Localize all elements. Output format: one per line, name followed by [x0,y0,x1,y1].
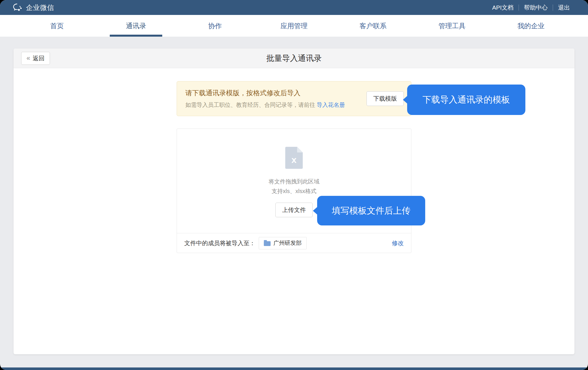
brand-name: 企业微信 [26,3,54,12]
template-notice-box: 请下载通讯录模版，按格式修改后导入 如需导入员工职位、教育经历、合同记录等，请前… [177,81,411,116]
back-button[interactable]: « 返回 [21,52,50,65]
dropzone-hint: 将文件拖拽到此区域 支持xls、xlsx格式 [177,177,411,196]
notice-text-block: 请下载通讯录模版，按格式修改后导入 如需导入员工职位、教育经历、合同记录等，请前… [185,88,345,109]
bottom-window-edge [0,367,588,370]
app-window: 企业微信 API文档 帮助中心 退出 首页 通讯录 协作 应用管理 客户联系 管… [0,0,588,370]
download-template-tooltip: 下载导入通讯录的模板 [407,85,525,115]
notice-title: 请下载通讯录模版，按格式修改后导入 [185,88,345,98]
notice-subtext: 如需导入员工职位、教育经历、合同记录等，请前往 导入花名册 [185,101,345,109]
nav-item-customer-contact[interactable]: 客户联系 [334,15,413,37]
dropzone-hint-line1: 将文件拖拽到此区域 [177,177,411,186]
main-nav: 首页 通讯录 协作 应用管理 客户联系 管理工具 我的企业 [0,15,588,37]
topbar-link-help-center[interactable]: 帮助中心 [519,3,553,13]
modify-department-link[interactable]: 修改 [392,239,404,247]
topbar: 企业微信 API文档 帮助中心 退出 [0,0,588,15]
dropzone-hint-line2: 支持xls、xlsx格式 [177,186,411,196]
notice-subtext-text: 如需导入员工职位、教育经历、合同记录等，请前往 [185,102,317,108]
department-chip: 广州研发部 [259,237,307,249]
topbar-link-api-docs[interactable]: API文档 [487,3,519,13]
import-roster-link[interactable]: 导入花名册 [317,102,345,108]
page-header: « 返回 批量导入通讯录 [14,48,574,68]
brand-logo[interactable]: 企业微信 [13,3,54,12]
nav-item-collaboration[interactable]: 协作 [175,15,254,37]
topbar-link-logout[interactable]: 退出 [553,3,575,13]
import-target-label: 文件中的成员将被导入至： [184,239,255,247]
tooltip-arrow-left-icon [403,96,408,104]
nav-item-app-management[interactable]: 应用管理 [254,15,334,37]
excel-letter: x [291,155,297,165]
wechat-work-logo-icon [13,3,23,12]
nav-item-contacts[interactable]: 通讯录 [96,15,175,37]
upload-file-button[interactable]: 上传文件 [275,203,313,217]
topbar-links: API文档 帮助中心 退出 [487,3,575,13]
download-template-button[interactable]: 下载模版 [367,91,404,106]
page-title: 批量导入通讯录 [266,53,322,64]
upload-card: x 将文件拖拽到此区域 支持xls、xlsx格式 上传文件 文件中的成员将被导入… [177,128,411,253]
nav-item-my-company[interactable]: 我的企业 [492,15,571,37]
excel-file-icon: x [285,147,303,169]
department-name: 广州研发部 [273,239,302,247]
upload-tooltip-text: 填写模板文件后上传 [332,205,411,217]
nav-item-home[interactable]: 首页 [17,15,96,37]
nav-item-admin-tools[interactable]: 管理工具 [413,15,492,37]
back-button-label: 返回 [33,54,45,62]
import-target-row: 文件中的成员将被导入至： 广州研发部 修改 [177,233,411,253]
tooltip-arrow-left-icon [313,207,318,215]
upload-file-tooltip: 填写模板文件后上传 [317,196,425,225]
download-tooltip-text: 下载导入通讯录的模板 [423,94,510,106]
back-chevron-icon: « [27,55,30,61]
folder-icon [264,241,271,246]
